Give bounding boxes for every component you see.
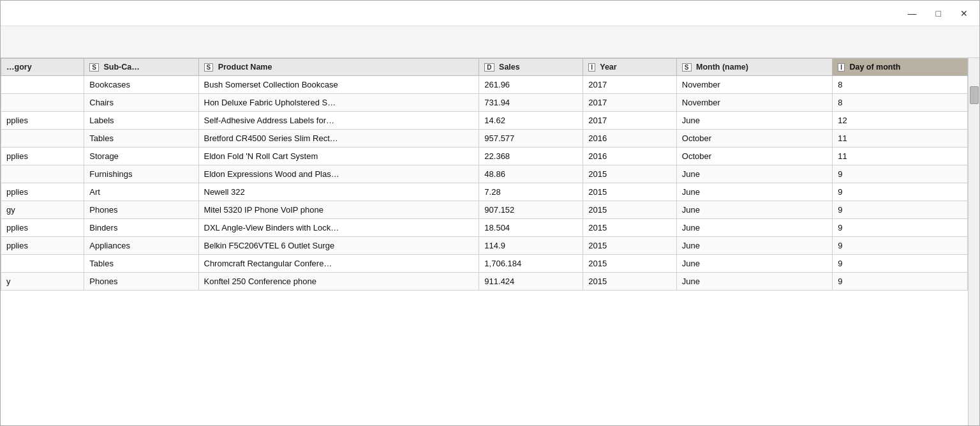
table-row: ppliesLabelsSelf-Adhesive Address Labels…	[1, 112, 968, 130]
cell-year: 2017	[583, 76, 677, 94]
col-type-day: I	[838, 63, 845, 72]
cell-year: 2015	[583, 273, 677, 291]
table-row: gyPhonesMitel 5320 IP Phone VoIP phone90…	[1, 201, 968, 219]
cell-year: 2015	[583, 165, 677, 183]
cell-sales: 907.152	[479, 201, 583, 219]
close-button[interactable]: ✕	[956, 8, 972, 19]
table-row: BookcasesBush Somerset Collection Bookca…	[1, 76, 968, 94]
cell-month_name: October	[676, 130, 832, 148]
minimize-button[interactable]: —	[904, 8, 921, 19]
col-header-month[interactable]: S Month (name)	[676, 59, 832, 76]
cell-month_name: June	[676, 183, 832, 201]
table-row: FurnishingsEldon Expressions Wood and Pl…	[1, 165, 968, 183]
col-type-month: S	[682, 63, 692, 72]
cell-day_of_month: 8	[833, 94, 968, 112]
cell-sales: 957.577	[479, 130, 583, 148]
cell-sales: 261.96	[479, 76, 583, 94]
cell-month_name: June	[676, 165, 832, 183]
col-header-year[interactable]: I Year	[583, 59, 677, 76]
title-bar: — □ ✕	[1, 1, 979, 26]
table-row: TablesBretford CR4500 Series Slim Rect…9…	[1, 130, 968, 148]
cell-subcategory: Labels	[84, 112, 198, 130]
cell-sales: 14.62	[479, 112, 583, 130]
cell-month_name: November	[676, 76, 832, 94]
content-area: …gory S Sub-Ca… S Product Name	[1, 58, 979, 425]
table-header-row: …gory S Sub-Ca… S Product Name	[1, 59, 968, 76]
cell-day_of_month: 12	[833, 112, 968, 130]
cell-sales: 1,706.184	[479, 255, 583, 273]
col-header-subcategory[interactable]: S Sub-Ca…	[84, 59, 198, 76]
col-type-sales: D	[484, 63, 494, 72]
cell-subcategory: Appliances	[84, 237, 198, 255]
cell-product_name: Mitel 5320 IP Phone VoIP phone	[198, 201, 479, 219]
cell-day_of_month: 9	[833, 201, 968, 219]
cell-sales: 48.86	[479, 165, 583, 183]
table-row: ppliesStorageEldon Fold 'N Roll Cart Sys…	[1, 148, 968, 165]
cell-month_name: June	[676, 237, 832, 255]
cell-month_name: June	[676, 255, 832, 273]
cell-year: 2015	[583, 219, 677, 237]
table-row: ChairsHon Deluxe Fabric Upholstered S…73…	[1, 94, 968, 112]
table-row: ppliesAppliancesBelkin F5C206VTEL 6 Outl…	[1, 237, 968, 255]
cell-sales: 911.424	[479, 273, 583, 291]
cell-subcategory: Binders	[84, 219, 198, 237]
cell-year: 2016	[583, 130, 677, 148]
cell-subcategory: Tables	[84, 130, 198, 148]
cell-category: pplies	[1, 183, 84, 201]
cell-category: pplies	[1, 237, 84, 255]
table-row: yPhonesKonftel 250 Conference phone911.4…	[1, 273, 968, 291]
cell-day_of_month: 9	[833, 183, 968, 201]
cell-day_of_month: 9	[833, 219, 968, 237]
col-label-day: Day of month	[849, 63, 900, 72]
col-label-category: …gory	[6, 63, 32, 72]
main-window: — □ ✕ …gory S Sub-Ca…	[0, 0, 980, 426]
cell-subcategory: Art	[84, 183, 198, 201]
cell-product_name: Hon Deluxe Fabric Upholstered S…	[198, 94, 479, 112]
col-header-day[interactable]: I Day of month	[833, 59, 968, 76]
cell-product_name: Bush Somerset Collection Bookcase	[198, 76, 479, 94]
cell-year: 2017	[583, 112, 677, 130]
cell-category: gy	[1, 201, 84, 219]
cell-month_name: June	[676, 219, 832, 237]
cell-subcategory: Storage	[84, 148, 198, 165]
cell-day_of_month: 11	[833, 148, 968, 165]
cell-category	[1, 255, 84, 273]
cell-year: 2017	[583, 94, 677, 112]
cell-year: 2015	[583, 237, 677, 255]
cell-category: pplies	[1, 112, 84, 130]
cell-product_name: Newell 322	[198, 183, 479, 201]
cell-sales: 7.28	[479, 183, 583, 201]
cell-sales: 114.9	[479, 237, 583, 255]
cell-subcategory: Bookcases	[84, 76, 198, 94]
cell-day_of_month: 9	[833, 237, 968, 255]
col-type-year: I	[588, 63, 595, 72]
maximize-button[interactable]: □	[932, 8, 945, 19]
scrollbar-thumb[interactable]	[970, 86, 979, 104]
cell-category: pplies	[1, 219, 84, 237]
cell-year: 2016	[583, 148, 677, 165]
cell-subcategory: Furnishings	[84, 165, 198, 183]
table-container: …gory S Sub-Ca… S Product Name	[1, 58, 979, 425]
cell-product_name: Belkin F5C206VTEL 6 Outlet Surge	[198, 237, 479, 255]
col-header-category[interactable]: …gory	[1, 59, 84, 76]
cell-month_name: June	[676, 112, 832, 130]
cell-subcategory: Chairs	[84, 94, 198, 112]
data-table: …gory S Sub-Ca… S Product Name	[1, 58, 968, 291]
cell-category: y	[1, 273, 84, 291]
cell-month_name: June	[676, 201, 832, 219]
cell-category: pplies	[1, 148, 84, 165]
scrollbar[interactable]	[968, 58, 979, 425]
table-row: ppliesArtNewell 3227.282015June9	[1, 183, 968, 201]
cell-product_name: Konftel 250 Conference phone	[198, 273, 479, 291]
col-type-product: S	[204, 63, 214, 72]
cell-month_name: October	[676, 148, 832, 165]
col-type-subcategory: S	[89, 63, 99, 72]
col-header-product[interactable]: S Product Name	[198, 59, 479, 76]
cell-product_name: Eldon Expressions Wood and Plas…	[198, 165, 479, 183]
cell-year: 2015	[583, 201, 677, 219]
cell-day_of_month: 8	[833, 76, 968, 94]
col-label-month: Month (name)	[696, 63, 748, 72]
table-body: BookcasesBush Somerset Collection Bookca…	[1, 76, 968, 291]
col-header-sales[interactable]: D Sales	[479, 59, 583, 76]
cell-day_of_month: 9	[833, 255, 968, 273]
